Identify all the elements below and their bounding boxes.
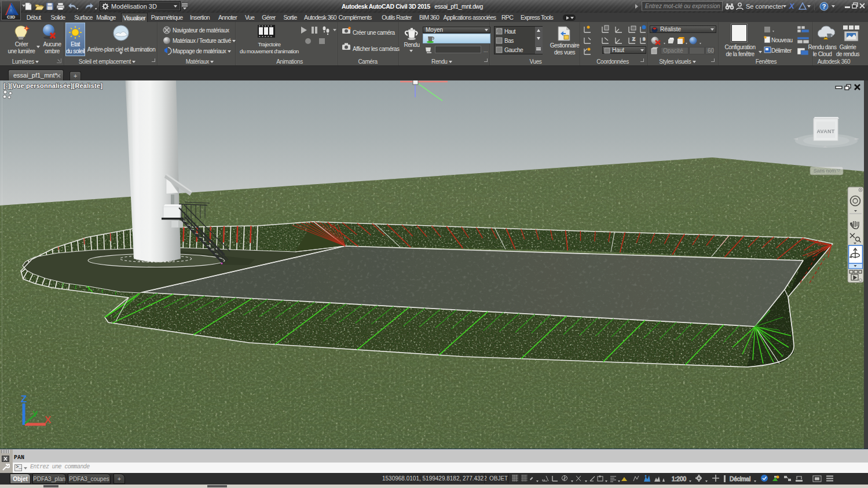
- svg-text:AVANT: AVANT: [816, 129, 834, 134]
- svg-text:3: 3: [643, 36, 646, 42]
- svg-text:Sans nom: Sans nom: [814, 168, 836, 174]
- svg-text:Décimal: Décimal: [730, 476, 750, 482]
- svg-text:[-][Vue personnalisée][Réalist: [-][Vue personnalisée][Réaliste]: [3, 82, 102, 89]
- svg-text:?: ?: [822, 3, 826, 10]
- svg-text:Z: Z: [632, 36, 635, 42]
- svg-text:X: X: [45, 414, 52, 425]
- svg-text:1:200: 1:200: [672, 476, 686, 482]
- svg-text:Z: Z: [21, 394, 27, 405]
- svg-text:Y: Y: [32, 409, 38, 419]
